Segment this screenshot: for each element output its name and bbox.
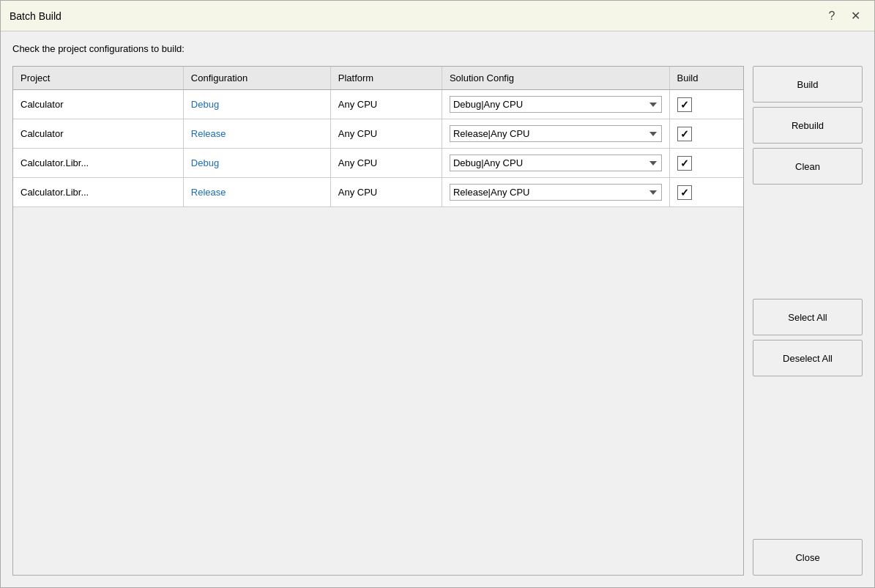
solution-config-select[interactable]: Release|Any CPU bbox=[450, 184, 662, 201]
cell-configuration: Debug bbox=[183, 90, 330, 119]
table-row: Calculator.Libr...ReleaseAny CPURelease|… bbox=[13, 178, 743, 207]
title-bar-right: ? ✕ bbox=[822, 6, 865, 26]
table-container: Project Configuration Platform Solution … bbox=[12, 66, 744, 576]
bottom-spacer bbox=[753, 491, 863, 535]
cell-configuration: Debug bbox=[183, 149, 330, 178]
cell-project: Calculator.Libr... bbox=[13, 149, 183, 178]
build-button[interactable]: Build bbox=[753, 66, 863, 103]
cell-platform: Any CPU bbox=[330, 119, 442, 149]
cell-solution-config[interactable]: Debug|Any CPU bbox=[442, 90, 669, 119]
cell-solution-config[interactable]: Release|Any CPU bbox=[442, 119, 669, 149]
col-header-platform: Platform bbox=[330, 67, 442, 90]
clean-button[interactable]: Clean bbox=[753, 148, 863, 185]
cell-project: Calculator bbox=[13, 90, 183, 119]
table-row: CalculatorReleaseAny CPURelease|Any CPU bbox=[13, 119, 743, 149]
cell-platform: Any CPU bbox=[330, 90, 442, 119]
deselect-all-button[interactable]: Deselect All bbox=[753, 340, 863, 376]
solution-config-select[interactable]: Debug|Any CPU bbox=[450, 155, 662, 171]
cell-build[interactable] bbox=[669, 178, 743, 207]
col-header-project: Project bbox=[13, 67, 183, 90]
build-checkbox[interactable] bbox=[677, 97, 692, 112]
cell-solution-config[interactable]: Debug|Any CPU bbox=[442, 149, 669, 178]
solution-config-select[interactable]: Release|Any CPU bbox=[450, 125, 662, 142]
cell-configuration: Release bbox=[183, 119, 330, 149]
table-row: Calculator.Libr...DebugAny CPUDebug|Any … bbox=[13, 149, 743, 178]
buttons-panel: Build Rebuild Clean Select All Deselect … bbox=[753, 66, 863, 576]
table-empty-area bbox=[13, 207, 743, 575]
build-checkbox[interactable] bbox=[677, 127, 692, 141]
table-row: CalculatorDebugAny CPUDebug|Any CPU bbox=[13, 90, 743, 119]
solution-config-select[interactable]: Debug|Any CPU bbox=[450, 96, 662, 113]
title-bar-left: Batch Build bbox=[10, 10, 62, 22]
cell-build[interactable] bbox=[669, 149, 743, 178]
description-text: Check the project configurations to buil… bbox=[12, 43, 863, 54]
spacer2 bbox=[753, 381, 863, 486]
cell-project: Calculator bbox=[13, 119, 183, 149]
cell-build[interactable] bbox=[669, 90, 743, 119]
col-header-configuration: Configuration bbox=[183, 67, 330, 90]
batch-build-dialog: Batch Build ? ✕ Check the project config… bbox=[0, 0, 875, 588]
spacer bbox=[753, 189, 863, 294]
title-bar: Batch Build ? ✕ bbox=[1, 1, 874, 31]
close-window-button[interactable]: ✕ bbox=[845, 6, 865, 26]
dialog-title: Batch Build bbox=[10, 10, 62, 22]
build-checkbox[interactable] bbox=[677, 185, 692, 200]
cell-project: Calculator.Libr... bbox=[13, 178, 183, 207]
dialog-content: Check the project configurations to buil… bbox=[1, 31, 874, 587]
projects-table: Project Configuration Platform Solution … bbox=[13, 67, 743, 207]
rebuild-button[interactable]: Rebuild bbox=[753, 107, 863, 144]
col-header-solution-config: Solution Config bbox=[442, 67, 669, 90]
col-header-build: Build bbox=[669, 67, 743, 90]
cell-platform: Any CPU bbox=[330, 149, 442, 178]
help-button[interactable]: ? bbox=[822, 6, 842, 26]
cell-platform: Any CPU bbox=[330, 178, 442, 207]
build-checkbox[interactable] bbox=[677, 156, 692, 171]
close-button[interactable]: Close bbox=[753, 539, 863, 576]
cell-build[interactable] bbox=[669, 119, 743, 149]
cell-configuration: Release bbox=[183, 178, 330, 207]
cell-solution-config[interactable]: Release|Any CPU bbox=[442, 178, 669, 207]
table-header-row: Project Configuration Platform Solution … bbox=[13, 67, 743, 90]
select-all-button[interactable]: Select All bbox=[753, 299, 863, 335]
main-area: Project Configuration Platform Solution … bbox=[12, 66, 863, 576]
